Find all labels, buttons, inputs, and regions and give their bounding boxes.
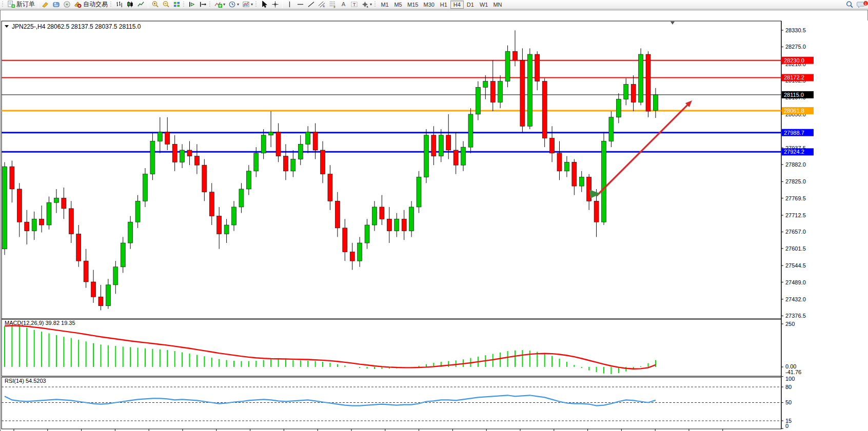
candle-down xyxy=(209,192,214,216)
candle-down xyxy=(62,198,66,208)
candle-up xyxy=(128,222,133,243)
bar-chart-mode-button[interactable] xyxy=(114,1,125,9)
equidistant-channel-tool-button[interactable]: E xyxy=(317,1,327,9)
timeframe-m1-button[interactable]: M1 xyxy=(378,1,391,9)
autotrading-icon xyxy=(74,1,82,8)
candle-down xyxy=(431,135,436,156)
line-chart-icon xyxy=(137,1,145,8)
new-order-label: 新订单 xyxy=(16,0,35,9)
candle-down xyxy=(17,189,22,222)
candle-down xyxy=(335,201,340,228)
timeframe-w1-button[interactable]: W1 xyxy=(477,1,491,9)
candle-up xyxy=(3,167,7,249)
autotrading-button[interactable]: 自动交易 xyxy=(72,1,109,9)
metaeditor-button[interactable] xyxy=(51,1,62,9)
trendline-tool-button[interactable] xyxy=(306,1,317,9)
candle-down xyxy=(520,60,525,127)
candle-up xyxy=(224,225,229,234)
label-tool-button[interactable]: T xyxy=(349,1,360,9)
timeframe-m5-button[interactable]: M5 xyxy=(391,1,405,9)
indicators-button[interactable]: ▾ xyxy=(213,1,227,9)
cursor-button[interactable] xyxy=(259,1,270,9)
rsi-axis-label: 100 xyxy=(785,376,795,382)
svg-text:F: F xyxy=(333,6,336,8)
price-tick-label: 27657.0 xyxy=(785,229,806,235)
toolbar-drag-handle[interactable] xyxy=(2,2,4,8)
price-line-badge-label: 28172.2 xyxy=(784,74,804,80)
indicators-add-icon xyxy=(214,1,222,8)
chart-window[interactable]: 28330.528275.028218.028162.528107.028050… xyxy=(0,10,868,431)
svg-text:E: E xyxy=(323,5,325,8)
price-tick-label: 27544.5 xyxy=(785,262,806,269)
macd-label: MACD(12,26,9) 39.82 19.35 xyxy=(5,320,75,326)
tile-windows-icon xyxy=(173,1,181,8)
candle-up xyxy=(624,84,628,99)
timeframe-d1-button[interactable]: D1 xyxy=(464,1,477,9)
candle-down xyxy=(165,132,170,144)
arrows-tool-button[interactable]: ▾ xyxy=(360,1,373,9)
candle-up xyxy=(306,132,310,144)
price-chart[interactable]: 28330.528275.028218.028162.528107.028050… xyxy=(1,10,868,431)
signals-icon xyxy=(63,1,71,8)
price-tick-label: 27489.0 xyxy=(785,279,806,285)
candle-up xyxy=(150,141,155,174)
candle-down xyxy=(542,81,547,138)
rsi-axis-label: 50 xyxy=(785,399,792,405)
toolbar-group-scroll xyxy=(182,0,208,9)
candle-up xyxy=(269,132,273,135)
vertical-line-tool-button[interactable] xyxy=(284,1,295,9)
candle-up xyxy=(564,162,569,171)
candle-up xyxy=(468,114,473,147)
toolbar-drag-handle[interactable] xyxy=(209,2,211,8)
timeframe-h1-button[interactable]: H1 xyxy=(437,1,450,9)
crayon-tool-button[interactable] xyxy=(40,1,51,9)
candle-up xyxy=(409,207,414,231)
candle-up xyxy=(476,87,480,114)
zoom-in-button[interactable] xyxy=(150,1,161,9)
toolbar-group-chartmode xyxy=(109,0,182,9)
macd-axis-label: -41.76 xyxy=(785,369,801,375)
templates-button[interactable]: ▾ xyxy=(241,1,254,9)
candle-down xyxy=(283,156,288,171)
text-tool-button[interactable]: A xyxy=(338,1,349,9)
price-tick-label: 28330.5 xyxy=(785,27,806,33)
timeframe-m30-button[interactable]: M30 xyxy=(421,1,437,9)
chart-shift-button[interactable] xyxy=(198,1,208,9)
toolbar-group-objects: E F A T ▾ xyxy=(254,0,373,9)
auto-scroll-icon xyxy=(188,1,196,8)
candle-up xyxy=(47,202,51,225)
fibonacci-tool-button[interactable]: F xyxy=(327,1,338,9)
line-chart-mode-button[interactable] xyxy=(135,1,146,9)
notifications-button[interactable]: 1 xyxy=(855,1,867,9)
timeframe-mn-button[interactable]: MN xyxy=(490,1,504,9)
auto-scroll-button[interactable] xyxy=(187,1,198,9)
timeframe-h4-button[interactable]: H4 xyxy=(450,1,464,9)
new-order-button[interactable]: 新订单 xyxy=(6,1,36,9)
zoom-out-button[interactable] xyxy=(161,1,171,9)
candle-up xyxy=(602,141,606,222)
signals-button[interactable] xyxy=(62,1,72,9)
toolbar-drag-handle[interactable] xyxy=(255,2,258,8)
search-button[interactable] xyxy=(844,1,855,9)
toolbar-drag-handle[interactable] xyxy=(374,2,377,8)
price-tick-label: 28275.0 xyxy=(785,44,806,50)
price-tick-label: 27825.0 xyxy=(785,178,806,184)
toolbar-drag-handle[interactable] xyxy=(110,2,112,8)
periods-button[interactable]: ▾ xyxy=(227,1,241,9)
candle-up xyxy=(106,285,110,306)
timeframe-m15-button[interactable]: M15 xyxy=(405,1,421,9)
candle-up xyxy=(180,150,185,162)
candle-down xyxy=(490,81,495,102)
candle-down xyxy=(631,84,636,102)
candlestick-mode-button[interactable] xyxy=(125,1,135,9)
candle-down xyxy=(194,156,199,166)
toolbar-drag-handle[interactable] xyxy=(183,2,185,8)
tile-windows-button[interactable] xyxy=(171,1,182,9)
candle-up xyxy=(261,135,266,153)
candle-up xyxy=(616,99,621,117)
candle-down xyxy=(387,219,391,231)
candle-down xyxy=(76,234,81,261)
crosshair-button[interactable] xyxy=(270,1,281,9)
toolbar-group-orders: 新订单 自动交易 xyxy=(1,0,109,9)
horizontal-line-tool-button[interactable] xyxy=(295,1,306,9)
